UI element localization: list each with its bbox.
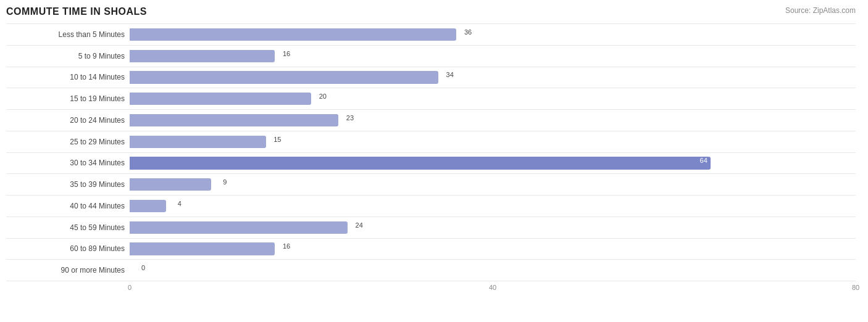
bar: 16 <box>130 242 275 255</box>
bar-track: 20 <box>130 88 856 109</box>
bar-label: 60 to 89 Minutes <box>6 244 130 253</box>
bar-value: 36 <box>464 28 472 36</box>
chart-area: Less than 5 Minutes365 to 9 Minutes1610 … <box>6 23 856 284</box>
bar: 64 <box>130 157 711 169</box>
bar-label: 35 to 39 Minutes <box>6 180 130 189</box>
bar-label: 20 to 24 Minutes <box>6 116 130 125</box>
bar-value: 20 <box>319 93 327 100</box>
bar: 24 <box>130 221 348 234</box>
bar-track: 4 <box>130 196 856 217</box>
bar-value: 16 <box>283 242 290 250</box>
bar: 23 <box>130 114 338 126</box>
bar-track: 34 <box>130 67 856 88</box>
bar-row: 40 to 44 Minutes4 <box>6 196 856 217</box>
x-axis-tick: 0 <box>128 284 131 291</box>
bar: 16 <box>130 50 275 62</box>
bar-value: 34 <box>446 71 454 78</box>
x-axis-tick: 80 <box>852 284 859 291</box>
bar-row: 60 to 89 Minutes16 <box>6 239 856 260</box>
bar-row: Less than 5 Minutes36 <box>6 23 856 46</box>
bar-track: 64 <box>130 153 856 174</box>
bar: 9 <box>130 178 211 191</box>
bar-value: 15 <box>273 136 281 143</box>
bar-label: 15 to 19 Minutes <box>6 94 130 103</box>
bar-row: 5 to 9 Minutes16 <box>6 46 856 67</box>
bar-label: 5 to 9 Minutes <box>6 52 130 60</box>
bar-value: 23 <box>346 114 354 122</box>
bar-label: Less than 5 Minutes <box>6 30 130 39</box>
bar: 20 <box>130 93 311 105</box>
bar-row: 10 to 14 Minutes34 <box>6 67 856 89</box>
bar-label: 45 to 59 Minutes <box>6 223 130 232</box>
bar-track: 15 <box>130 131 856 152</box>
bar-track: 36 <box>130 24 856 45</box>
bar-row: 90 or more Minutes0 <box>6 260 856 281</box>
bar-value: 9 <box>223 178 227 186</box>
bar-value: 64 <box>700 157 707 164</box>
bar-label: 10 to 14 Minutes <box>6 73 130 81</box>
bar-value: 16 <box>283 50 290 57</box>
bar-value: 0 <box>141 264 145 271</box>
bar: 36 <box>130 28 456 41</box>
bar-label: 25 to 29 Minutes <box>6 138 130 146</box>
bar-row: 30 to 34 Minutes64 <box>6 153 856 175</box>
bar-value: 4 <box>178 200 182 207</box>
x-axis-tick: 40 <box>489 284 496 291</box>
bar: 4 <box>130 200 166 212</box>
source-label: Source: ZipAtlas.com <box>785 6 856 15</box>
chart-title: COMMUTE TIME IN SHOALS <box>6 6 856 17</box>
bar-label: 40 to 44 Minutes <box>6 202 130 210</box>
bar-label: 30 to 34 Minutes <box>6 159 130 167</box>
bar-label: 90 or more Minutes <box>6 266 130 275</box>
bar-track: 16 <box>130 239 856 260</box>
bar-row: 25 to 29 Minutes15 <box>6 131 856 153</box>
bar-track: 0 <box>130 260 856 281</box>
bar-value: 24 <box>356 221 363 229</box>
bar-row: 35 to 39 Minutes9 <box>6 174 856 196</box>
bar: 34 <box>130 71 438 83</box>
bar-row: 45 to 59 Minutes24 <box>6 217 856 239</box>
bar-track: 9 <box>130 174 856 195</box>
bar-row: 20 to 24 Minutes23 <box>6 110 856 131</box>
bar-row: 15 to 19 Minutes20 <box>6 88 856 110</box>
bar-track: 16 <box>130 46 856 67</box>
bar: 15 <box>130 136 266 148</box>
bar-track: 23 <box>130 110 856 131</box>
chart-container: COMMUTE TIME IN SHOALS Source: ZipAtlas.… <box>0 0 868 322</box>
bars-area: Less than 5 Minutes365 to 9 Minutes1610 … <box>6 23 856 281</box>
bar-track: 24 <box>130 217 856 238</box>
